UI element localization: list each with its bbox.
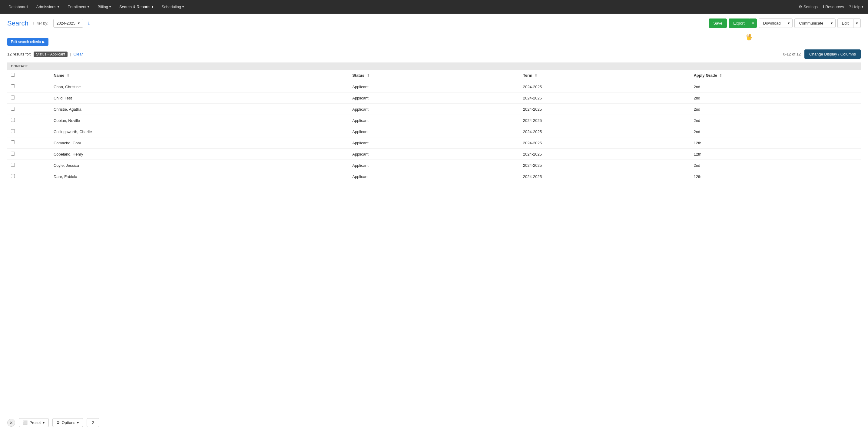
row-status: Applicant bbox=[349, 160, 519, 171]
row-checkbox-cell[interactable] bbox=[7, 126, 50, 137]
question-icon: ? bbox=[849, 4, 851, 9]
row-checkbox[interactable] bbox=[11, 95, 15, 99]
row-checkbox[interactable] bbox=[11, 107, 15, 111]
row-checkbox[interactable] bbox=[11, 152, 15, 155]
table-row: Coyle, Jessica Applicant 2024-2025 2nd bbox=[7, 160, 861, 171]
communicate-button-group: Communicate ▾ bbox=[795, 19, 835, 28]
row-checkbox-cell[interactable] bbox=[7, 160, 50, 171]
row-term: 2024-2025 bbox=[519, 92, 690, 104]
table-row: Collingsworth, Charlie Applicant 2024-20… bbox=[7, 126, 861, 137]
row-term: 2024-2025 bbox=[519, 171, 690, 182]
chevron-down-icon: ▾ bbox=[862, 5, 863, 8]
column-header-term[interactable]: Term ⇕ bbox=[519, 70, 690, 81]
row-checkbox[interactable] bbox=[11, 140, 15, 144]
chevron-down-icon: ▾ bbox=[752, 21, 754, 26]
select-all-checkbox[interactable] bbox=[11, 73, 15, 77]
select-all-header[interactable] bbox=[7, 70, 50, 81]
row-checkbox[interactable] bbox=[11, 118, 15, 122]
header-actions: Save Export ▾ Download ▾ Communicate ▾ E… bbox=[709, 19, 861, 28]
row-checkbox-cell[interactable] bbox=[7, 104, 50, 115]
nav-item-dashboard[interactable]: Dashboard bbox=[5, 2, 31, 11]
chevron-down-icon: ▾ bbox=[182, 5, 184, 8]
chevron-down-icon: ▾ bbox=[152, 5, 153, 8]
table-row: Cobian, Neville Applicant 2024-2025 2nd bbox=[7, 115, 861, 126]
communicate-main-button[interactable]: Communicate bbox=[795, 19, 828, 28]
nav-item-scheduling[interactable]: Scheduling ▾ bbox=[158, 2, 187, 11]
nav-item-billing[interactable]: Billing ▾ bbox=[94, 2, 115, 11]
row-checkbox-cell[interactable] bbox=[7, 149, 50, 160]
row-apply-grade: 2nd bbox=[690, 115, 861, 126]
row-checkbox-cell[interactable] bbox=[7, 81, 50, 92]
row-checkbox[interactable] bbox=[11, 84, 15, 88]
table-row: Chan, Christine Applicant 2024-2025 2nd bbox=[7, 81, 861, 92]
row-checkbox-cell[interactable] bbox=[7, 92, 50, 104]
pagination-info: 0-12 of 12 bbox=[783, 52, 801, 56]
edit-main-button[interactable]: Edit bbox=[837, 19, 853, 28]
row-apply-grade: 2nd bbox=[690, 160, 861, 171]
filter-dropdown[interactable]: 2024-2025 ▾ bbox=[53, 19, 83, 28]
info-icon: ℹ bbox=[823, 4, 824, 9]
row-apply-grade: 2nd bbox=[690, 81, 861, 92]
row-checkbox[interactable] bbox=[11, 129, 15, 133]
table-row: Christie, Agatha Applicant 2024-2025 2nd bbox=[7, 104, 861, 115]
chevron-down-icon: ▾ bbox=[78, 21, 80, 26]
row-name: Christie, Agatha bbox=[50, 104, 349, 115]
nav-help[interactable]: ? Help ▾ bbox=[849, 4, 863, 9]
export-button-group: Export ▾ bbox=[729, 19, 757, 28]
separator: | bbox=[70, 52, 71, 56]
row-apply-grade: 2nd bbox=[690, 92, 861, 104]
export-caret-button[interactable]: ▾ bbox=[749, 19, 757, 28]
column-header-apply-grade[interactable]: Apply Grade ⇕ bbox=[690, 70, 861, 81]
results-row: 12 results for: Status = Applicant | Cle… bbox=[7, 50, 861, 59]
row-term: 2024-2025 bbox=[519, 149, 690, 160]
nav-item-search-reports[interactable]: Search & Reports ▾ bbox=[116, 2, 157, 11]
row-apply-grade: 12th bbox=[690, 137, 861, 149]
nav-item-admissions[interactable]: Admissions ▾ bbox=[33, 2, 63, 11]
download-main-button[interactable]: Download bbox=[759, 19, 785, 28]
filter-badge: Status = Applicant bbox=[34, 52, 67, 57]
edit-search-criteria-button[interactable]: Edit search criteria ▶ bbox=[7, 38, 49, 46]
nav-resources[interactable]: ℹ Resources bbox=[823, 4, 844, 9]
table-row: Dare, Fabiola Applicant 2024-2025 12th bbox=[7, 171, 861, 182]
chevron-down-icon: ▾ bbox=[109, 5, 111, 8]
edit-caret-button[interactable]: ▾ bbox=[853, 19, 861, 28]
column-header-status[interactable]: Status ⇕ bbox=[349, 70, 519, 81]
download-caret-button[interactable]: ▾ bbox=[785, 19, 793, 28]
nav-item-enrollment[interactable]: Enrollment ▾ bbox=[64, 2, 93, 11]
row-checkbox[interactable] bbox=[11, 174, 15, 178]
column-header-name[interactable]: Name ⇕ bbox=[50, 70, 349, 81]
change-display-columns-button[interactable]: Change Display / Columns bbox=[804, 50, 861, 59]
row-checkbox-cell[interactable] bbox=[7, 171, 50, 182]
table-row: Copeland, Henry Applicant 2024-2025 12th bbox=[7, 149, 861, 160]
table-row: Child, Test Applicant 2024-2025 2nd bbox=[7, 92, 861, 104]
content-area: Edit search criteria ▶ 12 results for: S… bbox=[0, 33, 868, 187]
row-checkbox-cell[interactable] bbox=[7, 137, 50, 149]
row-status: Applicant bbox=[349, 126, 519, 137]
row-apply-grade: 12th bbox=[690, 149, 861, 160]
communicate-caret-button[interactable]: ▾ bbox=[828, 19, 836, 28]
row-apply-grade: 2nd bbox=[690, 104, 861, 115]
edit-button-group: Edit ▾ bbox=[837, 19, 861, 28]
save-button[interactable]: Save bbox=[709, 19, 727, 28]
row-apply-grade: 2nd bbox=[690, 126, 861, 137]
page-header: Search Filter by: 2024-2025 ▾ ℹ Save Exp… bbox=[0, 13, 868, 33]
results-table: Name ⇕ Status ⇕ Term ⇕ Apply Grade ⇕ bbox=[7, 70, 861, 182]
row-term: 2024-2025 bbox=[519, 126, 690, 137]
chevron-down-icon: ▾ bbox=[88, 5, 89, 8]
row-term: 2024-2025 bbox=[519, 81, 690, 92]
row-term: 2024-2025 bbox=[519, 160, 690, 171]
filter-info-icon[interactable]: ℹ bbox=[88, 21, 90, 26]
nav-items-right: ⚙ Settings ℹ Resources ? Help ▾ bbox=[799, 4, 863, 9]
row-checkbox-cell[interactable] bbox=[7, 115, 50, 126]
results-count: 12 results for: bbox=[7, 52, 31, 56]
export-main-button[interactable]: Export bbox=[729, 19, 749, 28]
sort-icon-status: ⇕ bbox=[367, 74, 370, 77]
filter-by-label: Filter by: bbox=[33, 21, 49, 26]
row-name: Child, Test bbox=[50, 92, 349, 104]
contact-section-header: CONTACT bbox=[7, 62, 861, 70]
row-checkbox[interactable] bbox=[11, 163, 15, 167]
row-status: Applicant bbox=[349, 92, 519, 104]
nav-settings[interactable]: ⚙ Settings bbox=[799, 4, 818, 9]
clear-filter-link[interactable]: Clear bbox=[73, 52, 83, 56]
row-status: Applicant bbox=[349, 137, 519, 149]
